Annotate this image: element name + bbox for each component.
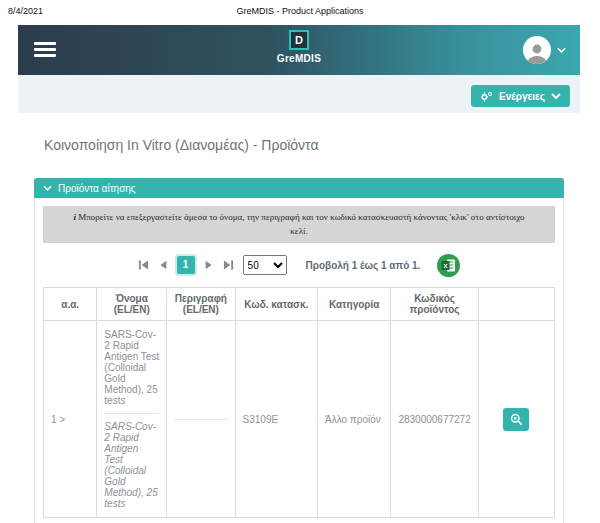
user-menu[interactable] [523, 36, 566, 64]
actions-button-label: Ενέργειες [499, 91, 545, 102]
chevron-down-icon [557, 47, 566, 53]
last-page-button[interactable] [223, 260, 234, 270]
product-name-el[interactable]: SARS-Cov-2 Rapid Antigen Test (Colloidal… [104, 329, 159, 406]
cell-index: 1 > [44, 321, 97, 518]
header-name: Όνομα (EL/EN) [97, 288, 167, 321]
page-title: Κοινοποίηση In Vitro (Διανομέας) - Προϊό… [44, 137, 570, 153]
panel-header-label: Προϊόντα αίτησης [58, 183, 136, 194]
info-text: Μπορείτε να επεξεργαστείτε άμεσα το όνομ… [78, 212, 524, 236]
chevron-down-icon [551, 93, 561, 99]
magnifier-icon [510, 413, 523, 426]
panel-header-products[interactable]: Προϊόντα αίτησης [34, 178, 564, 198]
svg-text:x: x [444, 262, 448, 269]
header-actions [478, 288, 554, 321]
app-logo[interactable]: D GreMDIS [18, 30, 580, 64]
info-message: i Μπορείτε να επεξεργαστείτε άμεσα το όν… [43, 206, 555, 243]
panel-body: i Μπορείτε να επεξεργαστείτε άμεσα το όν… [34, 198, 564, 523]
view-details-button[interactable] [503, 408, 529, 431]
current-page-button[interactable]: 1 [177, 256, 195, 274]
divider [104, 413, 159, 414]
actions-button[interactable]: Ενέργειες [471, 85, 570, 107]
header-index: α.α. [44, 288, 97, 321]
export-excel-button[interactable]: x [437, 254, 460, 277]
cell-product-code: 2830000677272 [391, 321, 478, 518]
top-navbar: D GreMDIS [18, 25, 580, 75]
print-header: 8/4/2021 GreMDIS - Product Applications [0, 4, 600, 20]
user-avatar-icon [523, 36, 551, 64]
main-content: Κοινοποίηση In Vitro (Διανομέας) - Προϊό… [18, 137, 580, 523]
divider [174, 419, 227, 420]
app-frame: D GreMDIS [18, 25, 580, 523]
table-header-row: α.α. Όνομα (EL/EN) Περιγραφή (EL/EN) Κωδ… [44, 288, 555, 321]
page-size-select[interactable]: 50 [243, 255, 287, 275]
products-table: α.α. Όνομα (EL/EN) Περιγραφή (EL/EN) Κωδ… [43, 287, 555, 518]
info-icon: i [74, 212, 77, 222]
cell-description[interactable] [167, 321, 235, 518]
cogs-icon [480, 91, 493, 102]
pagination-summary: Προβολή 1 έως 1 από 1. [306, 260, 421, 271]
cell-actions [478, 321, 554, 518]
prev-page-button[interactable] [158, 260, 168, 270]
logo-d-icon: D [289, 30, 309, 50]
excel-icon: x [441, 259, 456, 272]
product-name-en[interactable]: SARS-Cov-2 Rapid Antigen Test (Colloidal… [104, 421, 159, 509]
header-manufacturer-code: Κωδ. κατασκ. [235, 288, 317, 321]
table-row: 1 > SARS-Cov-2 Rapid Antigen Test (Collo… [44, 321, 555, 518]
products-panel: Προϊόντα αίτησης i Μπορείτε να επεξεργασ… [34, 178, 564, 523]
logo-text: GreMDIS [277, 53, 321, 64]
first-page-button[interactable] [138, 260, 149, 270]
print-page-title: GreMDIS - Product Applications [0, 6, 600, 16]
chevron-down-icon [43, 185, 52, 191]
cell-category: Άλλο προϊόν [317, 321, 390, 518]
person-icon [525, 40, 549, 64]
cell-name[interactable]: SARS-Cov-2 Rapid Antigen Test (Colloidal… [97, 321, 167, 518]
header-product-code: Κωδικός προϊόντος [391, 288, 478, 321]
header-description: Περιγραφή (EL/EN) [167, 288, 235, 321]
header-category: Κατηγορία [317, 288, 390, 321]
cell-manufacturer-code[interactable]: S3109E [235, 321, 317, 518]
pagination-bar: 1 50 Προβολή 1 έως 1 από 1. [43, 253, 555, 277]
next-page-button[interactable] [204, 260, 214, 270]
toolbar-band: Ενέργειες [18, 75, 580, 113]
